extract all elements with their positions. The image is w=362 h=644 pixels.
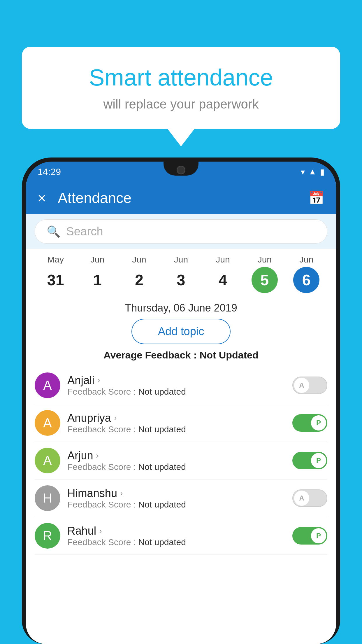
student-name[interactable]: Anupriya› xyxy=(67,412,285,424)
student-info: Himanshu›Feedback Score : Not updated xyxy=(67,487,285,510)
date-item-1[interactable]: Jun1 xyxy=(76,255,118,293)
attendance-toggle[interactable]: P xyxy=(292,527,327,545)
app-title: Attendance xyxy=(58,190,308,206)
date-item-6[interactable]: Jun6 xyxy=(286,255,327,293)
toggle-knob: A xyxy=(294,378,309,393)
student-name[interactable]: Rahul› xyxy=(67,525,285,537)
student-avatar: A xyxy=(35,410,60,436)
phone-frame: 14:29 ▾ ▲ ▮ × Attendance 📅 🔍 Search xyxy=(22,158,340,644)
student-feedback: Feedback Score : Not updated xyxy=(67,537,285,547)
toggle-knob: P xyxy=(311,415,326,430)
toggle-off[interactable]: A xyxy=(292,489,327,507)
student-name[interactable]: Himanshu› xyxy=(67,487,285,500)
date-month: Jun xyxy=(90,255,104,265)
close-button[interactable]: × xyxy=(38,190,46,206)
date-item-4[interactable]: Jun4 xyxy=(202,255,244,293)
attendance-toggle[interactable]: A xyxy=(292,377,327,394)
toggle-off[interactable]: A xyxy=(292,377,327,394)
date-month: Jun xyxy=(216,255,230,265)
student-avatar: R xyxy=(35,523,60,549)
toggle-on[interactable]: P xyxy=(292,414,327,432)
student-item: AAnupriya›Feedback Score : Not updatedP xyxy=(35,404,327,442)
date-month: May xyxy=(47,255,64,265)
chevron-right-icon: › xyxy=(96,451,99,460)
signal-icon: ▲ xyxy=(308,167,317,176)
search-icon: 🔍 xyxy=(47,225,60,238)
bubble-title: Smart attendance xyxy=(45,64,317,91)
phone-notch xyxy=(164,162,198,176)
search-bar[interactable]: 🔍 Search xyxy=(35,219,327,244)
date-month: Jun xyxy=(258,255,272,265)
toggle-on[interactable]: P xyxy=(292,527,327,545)
app-screen: × Attendance 📅 🔍 Search May31Jun1Jun2Jun… xyxy=(26,182,336,644)
date-number[interactable]: 4 xyxy=(210,267,236,293)
search-input[interactable]: Search xyxy=(66,225,103,238)
attendance-toggle[interactable]: P xyxy=(292,452,327,469)
date-item-2[interactable]: Jun2 xyxy=(118,255,160,293)
student-feedback: Feedback Score : Not updated xyxy=(67,500,285,510)
add-topic-button[interactable]: Add topic xyxy=(131,319,231,344)
student-name[interactable]: Arjun› xyxy=(67,449,285,462)
student-info: Rahul›Feedback Score : Not updated xyxy=(67,525,285,547)
student-list: AAnjali›Feedback Score : Not updatedAAAn… xyxy=(26,367,336,555)
chevron-right-icon: › xyxy=(114,413,117,423)
toggle-knob: P xyxy=(311,453,326,468)
status-time: 14:29 xyxy=(38,167,61,177)
selected-date: Thursday, 06 June 2019 xyxy=(26,296,336,319)
date-month: Jun xyxy=(174,255,188,265)
date-month: Jun xyxy=(132,255,146,265)
toggle-knob: P xyxy=(311,528,326,543)
wifi-icon: ▾ xyxy=(301,167,305,177)
attendance-toggle[interactable]: A xyxy=(292,489,327,507)
phone-screen: 14:29 ▾ ▲ ▮ × Attendance 📅 🔍 Search xyxy=(26,162,336,644)
student-name[interactable]: Anjali› xyxy=(67,374,285,387)
app-bar: × Attendance 📅 xyxy=(26,182,336,214)
date-strip: May31Jun1Jun2Jun3Jun4Jun5Jun6 xyxy=(26,249,336,296)
date-number[interactable]: 2 xyxy=(126,267,152,293)
avg-feedback-label: Average Feedback : xyxy=(103,349,199,360)
student-feedback: Feedback Score : Not updated xyxy=(67,462,285,472)
calendar-icon[interactable]: 📅 xyxy=(308,190,324,206)
student-info: Anupriya›Feedback Score : Not updated xyxy=(67,412,285,434)
date-number[interactable]: 3 xyxy=(168,267,194,293)
student-item: AAnjali›Feedback Score : Not updatedA xyxy=(35,367,327,404)
student-info: Arjun›Feedback Score : Not updated xyxy=(67,449,285,472)
date-item-31[interactable]: May31 xyxy=(35,255,76,293)
student-item: RRahul›Feedback Score : Not updatedP xyxy=(35,517,327,555)
average-feedback: Average Feedback : Not Updated xyxy=(26,349,336,361)
date-item-5[interactable]: Jun5 xyxy=(244,255,285,293)
student-avatar: A xyxy=(35,448,60,473)
student-info: Anjali›Feedback Score : Not updated xyxy=(67,374,285,397)
date-number[interactable]: 31 xyxy=(43,267,69,293)
date-number[interactable]: 1 xyxy=(84,267,110,293)
search-container: 🔍 Search xyxy=(26,214,336,249)
toggle-on[interactable]: P xyxy=(292,452,327,469)
attendance-toggle[interactable]: P xyxy=(292,414,327,432)
student-feedback: Feedback Score : Not updated xyxy=(67,387,285,397)
student-item: HHimanshu›Feedback Score : Not updatedA xyxy=(35,480,327,517)
speech-bubble: Smart attendance will replace your paper… xyxy=(22,47,340,129)
status-icons: ▾ ▲ ▮ xyxy=(301,167,324,177)
avg-feedback-value: Not Updated xyxy=(200,349,259,360)
chevron-right-icon: › xyxy=(120,489,123,498)
chevron-right-icon: › xyxy=(99,526,102,536)
date-month: Jun xyxy=(299,255,313,265)
bubble-subtitle: will replace your paperwork xyxy=(45,97,317,111)
student-item: AArjun›Feedback Score : Not updatedP xyxy=(35,442,327,480)
date-number[interactable]: 5 xyxy=(252,267,278,293)
front-camera xyxy=(177,166,185,174)
battery-icon: ▮ xyxy=(320,167,324,177)
date-number[interactable]: 6 xyxy=(293,267,319,293)
date-item-3[interactable]: Jun3 xyxy=(160,255,202,293)
student-feedback: Feedback Score : Not updated xyxy=(67,424,285,434)
student-avatar: A xyxy=(35,372,60,398)
student-avatar: H xyxy=(35,485,60,511)
chevron-right-icon: › xyxy=(97,376,100,385)
toggle-knob: A xyxy=(294,491,309,506)
